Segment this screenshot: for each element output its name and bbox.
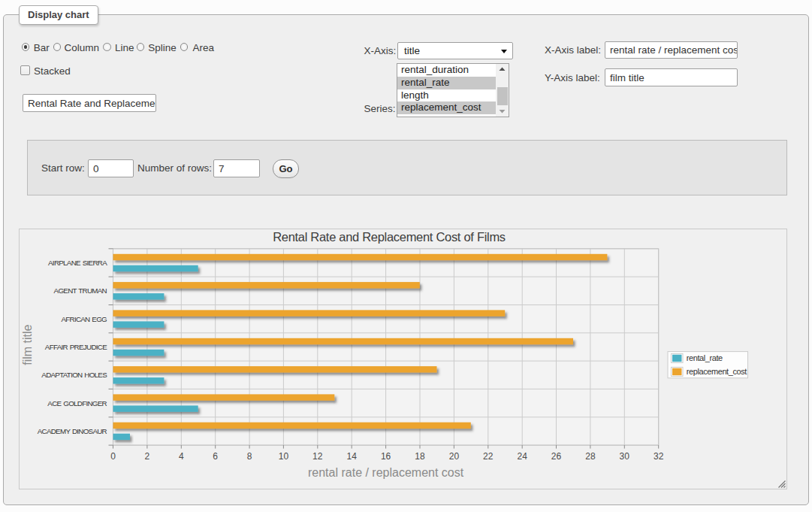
svg-text:30: 30 xyxy=(620,451,630,462)
svg-text:28: 28 xyxy=(585,451,596,462)
svg-text:AFRICAN EGG: AFRICAN EGG xyxy=(61,315,107,323)
svg-text:ACADEMY DINOSAUR: ACADEMY DINOSAUR xyxy=(38,427,107,435)
svg-text:2: 2 xyxy=(145,451,150,462)
svg-text:0: 0 xyxy=(110,451,116,462)
svg-text:AGENT TRUMAN: AGENT TRUMAN xyxy=(54,286,107,295)
svg-text:rental rate / replacement cost: rental rate / replacement cost xyxy=(308,466,464,479)
svg-text:14: 14 xyxy=(347,451,358,462)
svg-text:film title: film title xyxy=(21,324,34,365)
svg-text:ADAPTATION HOLES: ADAPTATION HOLES xyxy=(41,371,107,379)
svg-text:22: 22 xyxy=(483,451,494,462)
svg-text:18: 18 xyxy=(415,451,425,462)
svg-text:rental_rate: rental_rate xyxy=(687,353,723,362)
svg-text:replacement_cost: replacement_cost xyxy=(687,367,747,376)
svg-text:24: 24 xyxy=(518,451,528,462)
svg-text:32: 32 xyxy=(654,451,664,462)
svg-text:ACE GOLDFINGER: ACE GOLDFINGER xyxy=(47,399,107,407)
svg-text:AFFAIR PREJUDICE: AFFAIR PREJUDICE xyxy=(45,343,107,351)
svg-text:4: 4 xyxy=(179,451,184,462)
svg-text:26: 26 xyxy=(551,451,562,462)
svg-text:6: 6 xyxy=(213,451,218,462)
svg-text:20: 20 xyxy=(449,451,460,462)
svg-text:16: 16 xyxy=(381,451,391,462)
svg-text:10: 10 xyxy=(279,451,289,462)
svg-text:12: 12 xyxy=(312,451,323,462)
svg-text:Rental Rate and Replacement Co: Rental Rate and Replacement Cost of Film… xyxy=(273,230,506,244)
svg-text:8: 8 xyxy=(247,451,252,462)
svg-text:AIRPLANE SIERRA: AIRPLANE SIERRA xyxy=(48,259,107,267)
